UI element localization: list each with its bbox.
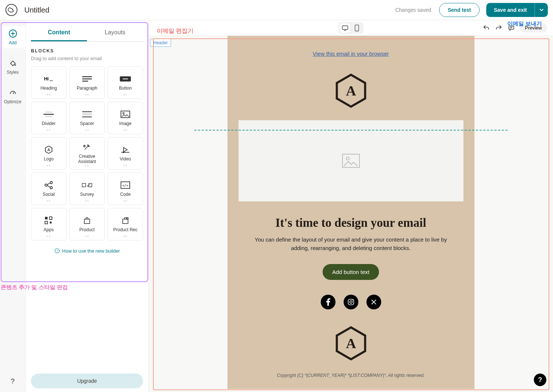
save-status: Changes saved bbox=[395, 7, 431, 13]
survey-icon bbox=[82, 180, 92, 190]
annotation-email-editor: 이메일 편집기 bbox=[157, 27, 194, 35]
svg-rect-34 bbox=[45, 221, 48, 224]
blocks-subtext: Drag to add content to your email bbox=[31, 56, 143, 61]
desktop-icon bbox=[342, 25, 348, 31]
vtab-add[interactable]: Add bbox=[0, 26, 25, 48]
video-icon bbox=[121, 145, 130, 155]
svg-text:</>: </> bbox=[122, 184, 129, 187]
block-card-product[interactable]: Product⠿⠿ bbox=[69, 208, 105, 240]
save-and-exit-button[interactable]: Save and exit bbox=[486, 3, 535, 17]
email-logo-bottom[interactable]: A bbox=[333, 325, 369, 362]
block-card-apps[interactable]: Apps⠿⠿ bbox=[31, 208, 66, 240]
howto-label: How to use the new builder bbox=[62, 248, 120, 254]
undo-button[interactable] bbox=[482, 24, 490, 32]
drag-handle-icon: ⠿⠿ bbox=[85, 235, 89, 238]
svg-rect-10 bbox=[123, 79, 128, 79]
svg-rect-28 bbox=[82, 183, 86, 187]
email-cta-button[interactable]: Add button text bbox=[323, 264, 379, 280]
vtab-optimize-label: Optimize bbox=[4, 99, 21, 104]
block-card-button[interactable]: Button⠿⠿ bbox=[108, 66, 143, 99]
svg-text:Hi: Hi bbox=[44, 76, 49, 81]
canvas-scroll[interactable]: Header View this email in your browser A… bbox=[149, 36, 553, 392]
send-test-button[interactable]: Send test bbox=[439, 3, 479, 17]
block-card-social[interactable]: Social⠿⠿ bbox=[31, 173, 66, 205]
help-fab-button[interactable]: ? bbox=[534, 374, 546, 386]
mobile-view-button[interactable] bbox=[351, 23, 362, 33]
hexagon-a-icon: A bbox=[333, 326, 369, 361]
howto-link[interactable]: ? How to use the new builder bbox=[31, 248, 143, 254]
svg-rect-29 bbox=[89, 183, 92, 187]
undo-icon bbox=[483, 24, 490, 32]
instagram-button[interactable] bbox=[344, 295, 358, 309]
image-placeholder[interactable] bbox=[239, 120, 463, 201]
drag-handle-icon: ⠿⠿ bbox=[123, 164, 128, 167]
paint-bucket-icon bbox=[8, 59, 17, 67]
x-twitter-button[interactable] bbox=[366, 295, 381, 309]
svg-line-26 bbox=[47, 183, 50, 185]
email-body[interactable]: View this email in your browser A It's t… bbox=[227, 36, 474, 389]
tab-content[interactable]: Content bbox=[31, 25, 87, 41]
redo-button[interactable] bbox=[495, 24, 503, 32]
save-exit-group: Save and exit bbox=[486, 3, 548, 17]
email-footer-text[interactable]: Copyright (C) *|CURRENT_YEAR|* *|LIST:CO… bbox=[239, 373, 463, 378]
desktop-view-button[interactable] bbox=[340, 23, 351, 33]
drag-handle-icon: ⠿⠿ bbox=[85, 129, 89, 132]
email-heading[interactable]: It's time to design your email bbox=[239, 216, 463, 230]
facebook-icon bbox=[326, 298, 330, 306]
email-logo-top[interactable]: A bbox=[333, 72, 369, 109]
block-card-logo[interactable]: ALogo⠿⠿ bbox=[31, 137, 66, 170]
save-exit-dropdown-button[interactable] bbox=[535, 3, 548, 17]
paragraph-icon bbox=[82, 74, 92, 84]
block-card-image[interactable]: Image⠿⠿ bbox=[108, 102, 143, 134]
top-bar: Untitled Changes saved Send test Save an… bbox=[0, 0, 553, 20]
block-card-spacer[interactable]: Spacer⠿⠿ bbox=[69, 102, 105, 134]
code-icon: </> bbox=[121, 180, 130, 190]
image-placeholder-icon bbox=[342, 153, 360, 168]
svg-point-49 bbox=[349, 301, 352, 303]
help-button[interactable]: ? bbox=[4, 371, 21, 392]
block-label: Creative Assistant bbox=[70, 154, 104, 164]
mailchimp-logo-icon[interactable] bbox=[5, 4, 18, 16]
block-card-paragraph[interactable]: Paragraph⠿⠿ bbox=[69, 66, 105, 99]
vtab-styles-label: Styles bbox=[7, 70, 19, 75]
productrec-icon bbox=[121, 216, 129, 225]
vtab-optimize[interactable]: Optimize bbox=[0, 85, 25, 107]
hexagon-a-icon: A bbox=[333, 73, 369, 108]
svg-rect-15 bbox=[82, 113, 92, 115]
block-card-creative-assistant[interactable]: Creative Assistant⠿⠿ bbox=[69, 137, 105, 170]
facebook-button[interactable] bbox=[321, 295, 335, 309]
block-card-divider[interactable]: Divider⠿⠿ bbox=[31, 102, 66, 134]
block-label: Product bbox=[79, 228, 94, 233]
content-panel: Content Layouts BLOCKS Drag to add conte… bbox=[26, 20, 149, 392]
annotation-send-email: 이메일 보내기 bbox=[507, 20, 542, 27]
header-section-tag[interactable]: Header bbox=[150, 39, 171, 47]
document-title[interactable]: Untitled bbox=[24, 6, 49, 14]
block-label: Logo bbox=[44, 157, 54, 162]
svg-rect-32 bbox=[45, 217, 48, 219]
email-paragraph[interactable]: You can define the layout of your email … bbox=[239, 236, 463, 252]
vtab-styles[interactable]: Styles bbox=[0, 56, 25, 78]
block-card-video[interactable]: Video⠿⠿ bbox=[108, 137, 143, 170]
tab-layouts[interactable]: Layouts bbox=[87, 25, 143, 41]
block-label: Code bbox=[120, 192, 131, 197]
upgrade-button[interactable]: Upgrade bbox=[31, 374, 143, 388]
panel-tabs: Content Layouts bbox=[31, 25, 143, 42]
vertical-tab-rail: Add Styles Optimize ? bbox=[0, 20, 26, 392]
block-label: Heading bbox=[41, 86, 57, 91]
main-area: Add Styles Optimize ? Content Layouts bbox=[0, 20, 553, 392]
drag-handle-icon: ⠿⠿ bbox=[46, 94, 51, 97]
view-in-browser-link[interactable]: View this email in your browser bbox=[239, 51, 463, 57]
plus-circle-icon bbox=[8, 29, 17, 38]
svg-text:?: ? bbox=[56, 249, 58, 253]
block-card-survey[interactable]: Survey⠿⠿ bbox=[69, 173, 105, 205]
chevron-down-icon bbox=[539, 8, 544, 12]
block-label: Video bbox=[120, 157, 131, 162]
button-icon bbox=[120, 74, 131, 84]
drag-handle-icon: ⠿⠿ bbox=[123, 94, 128, 97]
block-card-heading[interactable]: HiHeading⠿⠿ bbox=[31, 66, 66, 99]
block-card-product-rec[interactable]: Product Rec⠿⠿ bbox=[108, 208, 143, 240]
block-card-code[interactable]: </>Code⠿⠿ bbox=[108, 173, 143, 205]
vtab-add-label: Add bbox=[9, 40, 17, 45]
drag-handle-icon: ⠿⠿ bbox=[85, 164, 89, 167]
image-icon bbox=[121, 110, 130, 119]
